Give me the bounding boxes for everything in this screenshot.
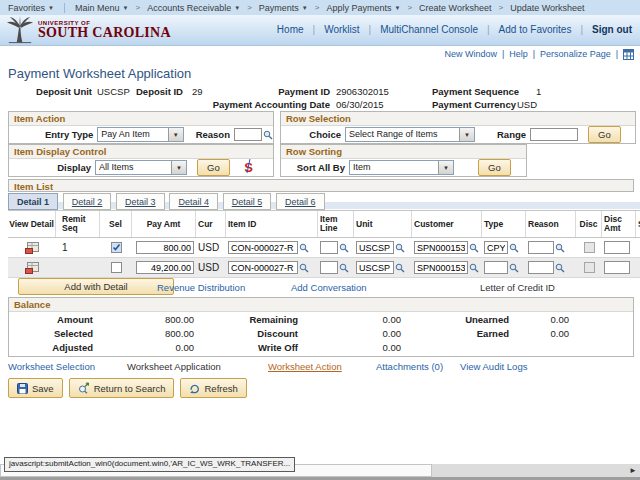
lookup-icon[interactable] [299, 243, 309, 253]
reason-input[interactable] [528, 241, 554, 254]
item-id-input[interactable] [228, 241, 298, 254]
customer-input[interactable] [414, 241, 468, 254]
balance-value: 800.00 [93, 314, 194, 325]
home-link[interactable]: Home [277, 24, 304, 35]
pay-amt-input[interactable] [136, 241, 194, 254]
breadcrumb-label: Update Worksheet [510, 3, 584, 13]
disc-amt-input[interactable] [604, 261, 630, 274]
lookup-icon[interactable] [509, 263, 519, 273]
choice-select[interactable]: Select Range of Items ▼ [345, 127, 475, 142]
pay-amt-input[interactable] [136, 261, 194, 274]
breadcrumb-item-accounts-receivable[interactable]: Accounts Receivable ▼ [147, 3, 240, 13]
help-link[interactable]: Help [509, 49, 528, 59]
currency-conversion-icon[interactable]: S [244, 160, 254, 175]
balance-value: 0.00 [298, 314, 401, 325]
type-input[interactable] [484, 241, 508, 254]
service-purchase-cell [636, 258, 640, 277]
breadcrumb-item-favorites[interactable]: Favorites ▼ [8, 3, 54, 13]
tab-detail-2[interactable]: Detail 2 [63, 193, 112, 210]
tab-detail-5[interactable]: Detail 5 [223, 193, 272, 210]
usc-logo: UNIVERSITY OF SOUTH CAROLINA [6, 16, 171, 44]
sel-checkbox[interactable] [111, 262, 122, 273]
lookup-icon[interactable] [555, 263, 565, 273]
lookup-icon[interactable] [299, 263, 309, 273]
item-line-input[interactable] [320, 261, 338, 274]
lookup-icon[interactable] [339, 243, 349, 253]
breadcrumb-item-payments[interactable]: Payments ▼ [259, 3, 308, 13]
sel-checkbox[interactable] [111, 242, 122, 253]
add-conversation-link[interactable]: Add Conversation [291, 282, 367, 293]
divider [64, 3, 65, 13]
item-list-grid: View Detail Remit Seq Sel Pay Amt Cur It… [8, 210, 640, 278]
divider: | [616, 49, 618, 59]
lookup-icon[interactable] [469, 243, 479, 253]
worksheet-selection-link[interactable]: Worksheet Selection [8, 361, 95, 372]
item-line-input[interactable] [320, 241, 338, 254]
breadcrumb-item-apply-payments[interactable]: Apply Payments ▼ [326, 3, 400, 13]
key-fields: Deposit Unit USCSP Deposit ID 29 Payment… [0, 84, 640, 110]
tab-detail-3[interactable]: Detail 3 [116, 193, 165, 210]
reason-input[interactable] [528, 261, 554, 274]
attachments-link[interactable]: Attachments (0) [376, 361, 443, 372]
col-header-unit: Unit [354, 211, 412, 237]
unit-input[interactable] [356, 241, 394, 254]
sort-all-by-value: Item [350, 161, 438, 174]
entry-type-select[interactable]: Pay An Item ▼ [97, 127, 183, 142]
lookup-icon[interactable] [395, 263, 405, 273]
col-header-service-purchase: Service Purchase [636, 211, 640, 237]
revenue-distribution-link[interactable]: Revenue Distribution [157, 282, 245, 293]
lookup-icon[interactable] [509, 243, 519, 253]
breadcrumb-item-main-menu[interactable]: Main Menu ▼ [75, 3, 128, 13]
lookup-icon[interactable] [469, 263, 479, 273]
row-selection-go-button[interactable]: Go [588, 126, 621, 143]
tab-detail-6[interactable]: Detail 6 [276, 193, 325, 210]
lookup-icon[interactable] [263, 130, 273, 140]
item-display-go-button[interactable]: Go [197, 159, 230, 176]
balance-row: Amount 800.00 Remaining 0.00 Unearned 0.… [9, 312, 633, 326]
customer-input[interactable] [414, 261, 468, 274]
tab-detail-1[interactable]: Detail 1 [8, 193, 58, 210]
row-sorting-groupbox: Row Sorting Sort All By Item ▼ Go [280, 144, 527, 177]
scrollbar-right-arrow-icon[interactable]: ► [629, 467, 637, 475]
toolbar: Save Return to Search Refresh [8, 378, 247, 398]
banner-links: Home | Worklist | MultiChannel Console |… [277, 24, 632, 35]
reason-input[interactable] [234, 128, 262, 141]
multichannel-console-link[interactable]: MultiChannel Console [380, 24, 478, 35]
currency-value: USD [196, 258, 226, 277]
return-to-search-button[interactable]: Return to Search [69, 378, 175, 398]
add-with-detail-button[interactable]: Add with Detail [18, 278, 174, 295]
worklist-link[interactable]: Worklist [324, 24, 359, 35]
disc-amt-input[interactable] [604, 241, 630, 254]
row-sorting-go-button[interactable]: Go [478, 159, 511, 176]
sort-all-by-select[interactable]: Item ▼ [349, 160, 454, 175]
breadcrumb-item-update-worksheet[interactable]: Update Worksheet [510, 3, 584, 13]
lookup-icon[interactable] [395, 243, 405, 253]
save-button[interactable]: Save [8, 378, 63, 398]
type-input[interactable] [484, 261, 508, 274]
refresh-button[interactable]: Refresh [180, 378, 246, 398]
balance-value: 0.00 [93, 342, 194, 353]
tab-detail-4[interactable]: Detail 4 [169, 193, 218, 210]
add-to-favorites-link[interactable]: Add to Favorites [499, 24, 572, 35]
balance-value: 0.00 [509, 314, 569, 325]
worksheet-action-link[interactable]: Worksheet Action [268, 361, 342, 372]
disc-checkbox[interactable] [584, 242, 595, 253]
personalize-page-link[interactable]: Personalize Page [540, 49, 611, 59]
chevron-down-icon: ▼ [302, 5, 308, 11]
sign-out-link[interactable]: Sign out [592, 24, 632, 35]
payment-sequence-value: 1 [536, 86, 541, 97]
disc-checkbox[interactable] [584, 262, 595, 273]
lookup-icon[interactable] [555, 243, 565, 253]
range-input[interactable] [530, 128, 578, 141]
view-audit-logs-link[interactable]: View Audit Logs [460, 361, 527, 372]
item-id-input[interactable] [228, 261, 298, 274]
view-detail-icon[interactable] [25, 242, 39, 254]
payment-worksheet-window: Favorites ▼ Main Menu ▼ > Accounts Recei… [0, 0, 640, 480]
unit-input[interactable] [356, 261, 394, 274]
breadcrumb-item-create-worksheet[interactable]: Create Worksheet [419, 3, 491, 13]
view-detail-icon[interactable] [25, 262, 39, 274]
lookup-icon[interactable] [339, 263, 349, 273]
http-grid-icon[interactable] [623, 49, 634, 60]
new-window-link[interactable]: New Window [444, 49, 497, 59]
display-select[interactable]: All Items ▼ [95, 160, 187, 175]
